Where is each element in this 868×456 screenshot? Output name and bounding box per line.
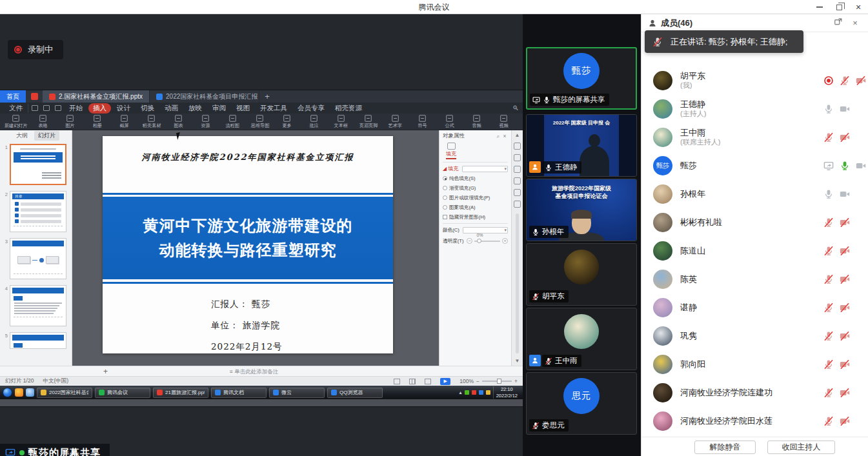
member-row-王德静[interactable]: 王德静(主持人) <box>641 95 868 123</box>
browser-icon[interactable] <box>15 388 23 397</box>
ribbon-页眉页脚[interactable]: 页眉页脚 <box>355 115 381 129</box>
current-slide[interactable]: 河南牧业经济学院2022年国家社科基金立项汇报 黄河中下游文化旅游带建设的 动能… <box>103 136 393 353</box>
ribbon-表格[interactable]: 表格 <box>30 115 56 129</box>
undo-icon[interactable] <box>43 105 50 111</box>
video-thumbnail-孙根年[interactable]: 旅游学院2022年国家级基金项目申报论证会孙根年 <box>526 179 637 241</box>
video-thumbnail-王中雨[interactable]: 王中雨 <box>526 308 637 370</box>
taskbar-clock[interactable]: 22:10 2022/2/12 <box>493 386 520 399</box>
ribbon-资源[interactable]: 资源 <box>192 115 219 129</box>
ribbon-图片[interactable]: 图片 <box>57 115 83 129</box>
zoom-slider[interactable] <box>482 381 512 382</box>
menu-视图[interactable]: 视图 <box>232 103 254 114</box>
zoom-out-icon[interactable]: − <box>476 378 479 384</box>
document-tab-1[interactable]: 2.国家社科基金立项汇报.pptx <box>43 90 150 103</box>
slide-thumbnail-3[interactable] <box>10 238 66 279</box>
ribbon-相册[interactable]: 相册 <box>84 115 110 129</box>
fill-tool[interactable]: 填充 <box>443 143 459 159</box>
member-row-河南牧业经济学院田水莲[interactable]: 河南牧业经济学院田水莲 <box>641 407 868 435</box>
fill-preset-dropdown[interactable] <box>462 166 508 172</box>
menu-设计[interactable]: 设计 <box>112 103 135 114</box>
slide-thumbnail-5[interactable] <box>10 332 66 349</box>
menu-动画[interactable]: 动画 <box>160 103 183 114</box>
share-icon[interactable] <box>823 161 834 171</box>
video-thumbnail-娄思元[interactable]: 思元娄思元 <box>526 372 637 435</box>
member-row-巩隽[interactable]: 巩隽 <box>641 322 868 350</box>
design-pane-icon[interactable] <box>514 166 521 173</box>
file-menu[interactable]: 文件 <box>4 104 28 113</box>
slide-thumbnail-2[interactable]: 目录 <box>10 191 66 232</box>
radio-icon[interactable] <box>443 176 447 181</box>
ribbon-视频[interactable]: 视频 <box>490 115 517 129</box>
menu-稻壳资源[interactable]: 稻壳资源 <box>330 103 367 114</box>
selection-pane-icon[interactable] <box>514 189 521 196</box>
mic-muted-icon[interactable] <box>840 75 850 86</box>
new-document-tab-button[interactable]: + <box>259 90 275 103</box>
member-row-胡平东[interactable]: 胡平东(我) <box>641 66 868 95</box>
add-slide-button[interactable]: + <box>103 367 108 376</box>
mic-on-icon[interactable] <box>823 104 834 114</box>
member-row-郭向阳[interactable]: 郭向阳 <box>641 350 868 379</box>
menu-开发工具[interactable]: 开发工具 <box>256 103 292 114</box>
ribbon-新建幻灯片[interactable]: 新建幻灯片 <box>3 115 29 129</box>
cam-muted-icon[interactable] <box>840 132 850 143</box>
ribbon-文本框[interactable]: 文本框 <box>328 115 354 129</box>
pane-scrollbar[interactable] <box>516 213 519 353</box>
taskbar-button-2022国家社科基金[interactable]: 2022国家社科基金 <box>37 388 92 398</box>
cam-muted-icon[interactable] <box>840 416 850 426</box>
slide-canvas[interactable]: 河南牧业经济学院2022年国家社科基金立项汇报 黄河中下游文化旅游带建设的 动能… <box>72 130 439 366</box>
cam-muted-icon[interactable] <box>840 302 850 313</box>
video-thumbnail-胡平东[interactable]: 胡平东 <box>526 243 637 306</box>
ribbon-流程图[interactable]: 流程图 <box>219 115 246 129</box>
menu-放映[interactable]: 放映 <box>184 103 207 114</box>
start-button[interactable] <box>3 388 12 397</box>
save-icon[interactable] <box>32 105 38 111</box>
video-thumbnail-甄莎的屏幕共享[interactable]: 甄莎甄莎的屏幕共享 <box>526 47 637 110</box>
mic-muted-icon[interactable] <box>823 331 834 341</box>
ribbon-截屏[interactable]: 截屏 <box>111 115 137 129</box>
tray-icon-red[interactable] <box>472 390 476 395</box>
menu-审阅[interactable]: 审阅 <box>208 103 230 114</box>
ribbon-稻壳素材[interactable]: 稻壳素材 <box>138 115 165 129</box>
tray-icon-green[interactable] <box>465 390 469 395</box>
mic-muted-icon[interactable] <box>823 388 834 398</box>
mic-muted-icon[interactable] <box>823 274 834 284</box>
slide-thumbnail-1[interactable] <box>10 144 66 185</box>
close-panel-icon[interactable]: × <box>849 18 862 28</box>
ribbon-艺术字[interactable]: 艺术字 <box>382 115 409 129</box>
fill-section-caret[interactable]: ◢ <box>443 166 447 172</box>
member-row-彬彬有礼啦[interactable]: 彬彬有礼啦 <box>641 208 868 237</box>
mic-muted-icon[interactable] <box>823 416 834 426</box>
mic-muted-icon[interactable] <box>823 246 834 256</box>
help-pane-icon[interactable] <box>514 201 521 208</box>
tray-expand-icon[interactable]: ▴ <box>459 390 462 395</box>
cam-muted-icon[interactable] <box>840 217 850 228</box>
ribbon-更多[interactable]: 更多 <box>274 115 300 129</box>
tray-icon-blue[interactable] <box>479 390 483 395</box>
menu-切换[interactable]: 切换 <box>136 103 159 114</box>
reading-view-icon[interactable] <box>425 379 431 384</box>
cam-muted-icon[interactable] <box>840 388 850 398</box>
mic-active-icon[interactable] <box>840 161 850 171</box>
radio-icon[interactable] <box>443 186 447 190</box>
taskbar-button-微云[interactable]: 微云 <box>269 388 325 398</box>
transparency-slider[interactable]: 0% <box>474 241 500 242</box>
redo-icon[interactable] <box>55 105 61 111</box>
ribbon-公式[interactable]: 公式 <box>436 115 463 129</box>
fill-option-row[interactable]: 图案填充(A) <box>443 204 508 211</box>
properties-pane-icon[interactable] <box>514 143 521 150</box>
mic-muted-icon[interactable] <box>823 132 834 143</box>
search-icon[interactable] <box>26 388 34 397</box>
menu-插入[interactable]: 插入 <box>88 103 111 114</box>
ribbon-思维导图[interactable]: 思维导图 <box>247 115 273 129</box>
member-row-陈道山[interactable]: 陈道山 <box>641 237 868 265</box>
scroll-up-icon[interactable]: ▲ <box>515 132 520 138</box>
menu-开始[interactable]: 开始 <box>65 103 87 114</box>
transparency-minus-button[interactable]: − <box>467 238 472 244</box>
document-tab-2[interactable]: 2022国家社科基金项目申报汇报 <box>150 90 259 103</box>
fill-option-row[interactable]: 纯色填充(S) <box>443 175 508 182</box>
search-command-icon[interactable]: 🔍︎ <box>512 104 519 112</box>
ribbon-图表[interactable]: 图表 <box>165 115 192 129</box>
cam-on-icon[interactable] <box>840 189 850 199</box>
popout-panel-icon[interactable] <box>832 17 845 28</box>
minimize-button[interactable] <box>810 0 829 14</box>
